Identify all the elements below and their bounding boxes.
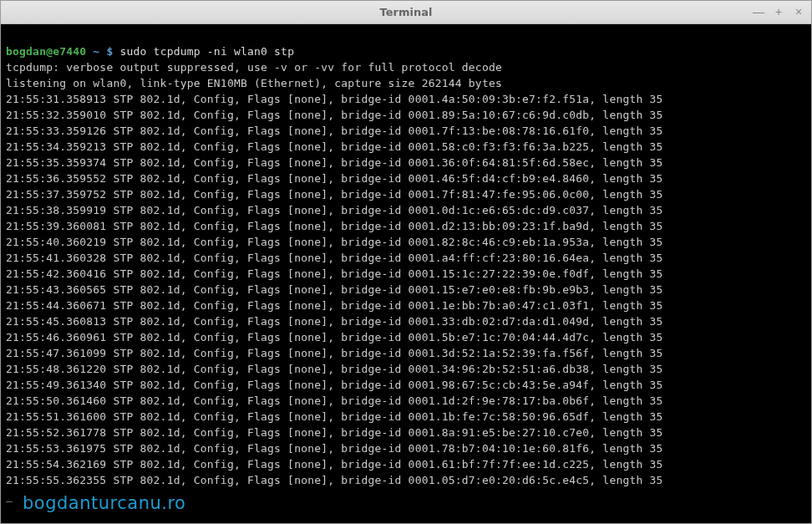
output-line: 21:55:31.358913 STP 802.1d, Config, Flag… [6,91,806,107]
output-line: 21:55:46.360961 STP 802.1d, Config, Flag… [6,329,806,345]
output-line: 21:55:34.359213 STP 802.1d, Config, Flag… [6,139,806,155]
output-line: 21:55:37.359752 STP 802.1d, Config, Flag… [6,186,806,202]
output-line: 21:55:48.361220 STP 802.1d, Config, Flag… [6,361,806,377]
output-line: 21:55:54.362169 STP 802.1d, Config, Flag… [6,456,806,472]
output-line: 21:55:49.361340 STP 802.1d, Config, Flag… [6,377,806,393]
window-controls: — + × [751,4,806,19]
output-line: 21:55:43.360565 STP 802.1d, Config, Flag… [6,282,806,298]
output-line: 21:55:50.361460 STP 802.1d, Config, Flag… [6,393,806,409]
tcpdump-header-1: tcpdump: verbose output suppressed, use … [6,59,806,75]
maximize-button[interactable]: + [771,4,786,19]
close-button[interactable]: × [791,4,806,19]
prompt-path: ~ [93,45,99,58]
output-line: 21:55:33.359126 STP 802.1d, Config, Flag… [6,123,806,139]
minimize-button[interactable]: — [751,4,766,19]
output-line: 21:55:40.360219 STP 802.1d, Config, Flag… [6,234,806,250]
output-line: 21:55:55.362355 STP 802.1d, Config, Flag… [6,472,806,488]
output-line: 21:55:51.361600 STP 802.1d, Config, Flag… [6,409,806,425]
output-line: 21:55:41.360328 STP 802.1d, Config, Flag… [6,250,806,266]
terminal-body[interactable]: bogdan@e7440 ~ $ sudo tcpdump -ni wlan0 … [1,24,811,523]
output-line: 21:55:35.359374 STP 802.1d, Config, Flag… [6,155,806,170]
prompt-sigil: $ [106,45,113,58]
titlebar[interactable]: Terminal — + × [1,1,811,24]
output-line: 21:55:44.360671 STP 802.1d, Config, Flag… [6,298,806,313]
terminal-window: Terminal — + × bogdan@e7440 ~ $ sudo tcp… [0,0,812,524]
output-line: 21:55:39.360081 STP 802.1d, Config, Flag… [6,218,806,234]
output-lines: 21:55:31.358913 STP 802.1d, Config, Flag… [6,91,806,488]
window-title: Terminal [380,6,433,18]
watermark: bogdanturcanu.ro [23,496,185,511]
output-line: 21:55:47.361099 STP 802.1d, Config, Flag… [6,345,806,361]
output-line: 21:55:38.359919 STP 802.1d, Config, Flag… [6,202,806,218]
output-line: 21:55:32.359010 STP 802.1d, Config, Flag… [6,107,806,123]
tcpdump-header-2: listening on wlan0, link-type EN10MB (Et… [6,75,806,91]
command-text: sudo tcpdump -ni wlan0 stp [119,45,294,58]
output-line: 21:55:42.360416 STP 802.1d, Config, Flag… [6,266,806,282]
output-line: 21:55:52.361778 STP 802.1d, Config, Flag… [6,425,806,440]
output-line: 21:55:36.359552 STP 802.1d, Config, Flag… [6,170,806,186]
output-line: 21:55:45.360813 STP 802.1d, Config, Flag… [6,313,806,329]
cursor: _ [6,490,13,502]
prompt-user-host: bogdan@e7440 [6,45,86,58]
output-line: 21:55:53.361975 STP 802.1d, Config, Flag… [6,440,806,456]
